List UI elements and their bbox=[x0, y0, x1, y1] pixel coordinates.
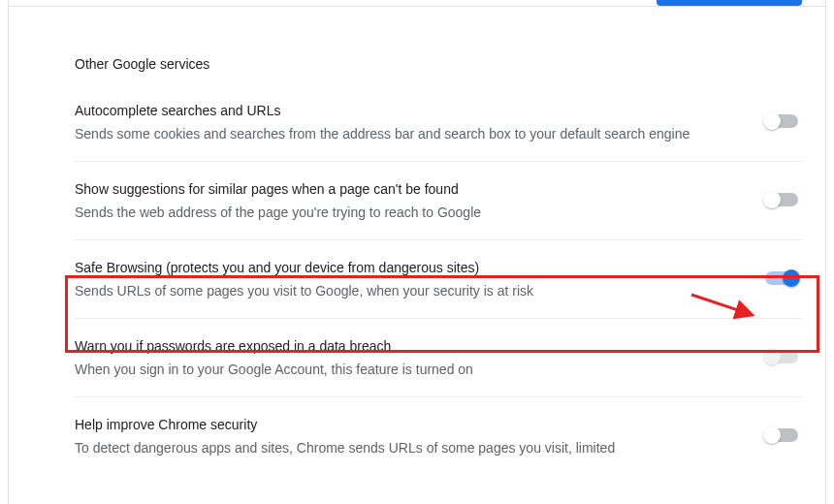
toggle-chrome-security[interactable] bbox=[765, 428, 798, 442]
toggle-knob bbox=[783, 269, 800, 287]
toggle-knob bbox=[763, 112, 781, 130]
setting-title: Help improve Chrome security bbox=[75, 415, 726, 434]
setting-chrome-security: Help improve Chrome security To detect d… bbox=[75, 397, 802, 475]
setting-title: Warn you if passwords are exposed in a d… bbox=[75, 336, 726, 356]
settings-panel: Other Google services Autocomplete searc… bbox=[8, 0, 826, 504]
setting-password-breach: Warn you if passwords are exposed in a d… bbox=[75, 319, 802, 397]
setting-suggestions: Show suggestions for similar pages when … bbox=[75, 162, 802, 240]
setting-desc: To detect dangerous apps and sites, Chro… bbox=[75, 438, 726, 457]
setting-text: Help improve Chrome security To detect d… bbox=[75, 415, 765, 457]
toggle-autocomplete[interactable] bbox=[765, 114, 798, 128]
setting-title: Autocomplete searches and URLs bbox=[75, 101, 726, 120]
setting-text: Warn you if passwords are exposed in a d… bbox=[75, 336, 765, 379]
toggle-knob bbox=[763, 348, 781, 365]
top-divider bbox=[9, 6, 825, 7]
toggle-knob bbox=[763, 426, 781, 444]
primary-action-button[interactable] bbox=[657, 0, 802, 6]
setting-title: Safe Browsing (protects you and your dev… bbox=[75, 258, 726, 277]
toggle-safe-browsing[interactable] bbox=[765, 271, 798, 285]
toggle-suggestions[interactable] bbox=[765, 193, 798, 206]
setting-text: Safe Browsing (protects you and your dev… bbox=[75, 258, 765, 300]
setting-autocomplete: Autocomplete searches and URLs Sends som… bbox=[75, 99, 802, 162]
settings-list: Autocomplete searches and URLs Sends som… bbox=[9, 99, 825, 475]
section-title: Other Google services bbox=[9, 0, 825, 72]
toggle-knob bbox=[763, 191, 781, 208]
setting-desc: Sends URLs of some pages you visit to Go… bbox=[75, 281, 726, 300]
setting-text: Autocomplete searches and URLs Sends som… bbox=[75, 101, 765, 143]
setting-desc: Sends some cookies and searches from the… bbox=[75, 124, 726, 143]
setting-desc: Sends the web address of the page you're… bbox=[75, 203, 726, 222]
setting-safe-browsing: Safe Browsing (protects you and your dev… bbox=[75, 240, 802, 319]
setting-text: Show suggestions for similar pages when … bbox=[75, 179, 765, 222]
toggle-password-breach bbox=[765, 350, 798, 363]
setting-desc: When you sign in to your Google Account,… bbox=[75, 360, 726, 379]
setting-title: Show suggestions for similar pages when … bbox=[75, 179, 726, 199]
